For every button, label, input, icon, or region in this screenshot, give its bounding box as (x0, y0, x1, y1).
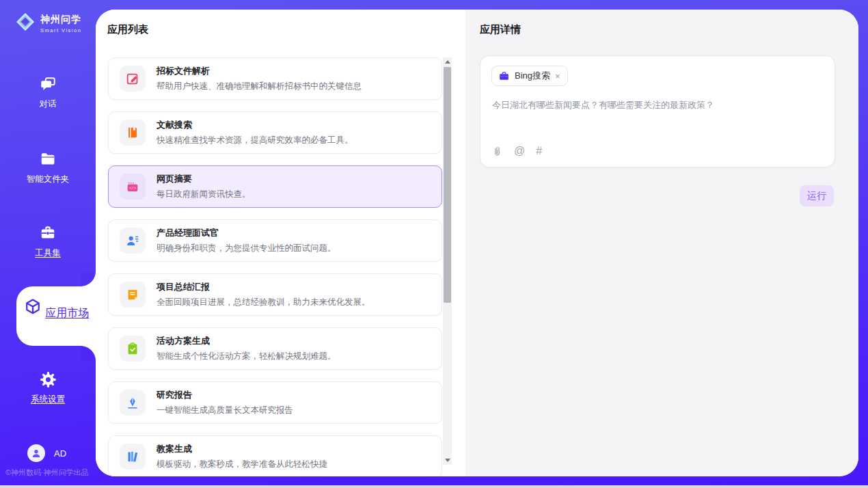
app-card-title: 活动方案生成 (157, 335, 336, 347)
interviewer-icon (120, 228, 146, 254)
app-card-desc: 快速精准查找学术资源，提高研究效率的必备工具。 (157, 135, 353, 146)
app-card-lesson-plan[interactable]: 教案生成 模板驱动，教案秒成，教学准备从此轻松快捷 (108, 435, 442, 476)
app-list-panel: 应用列表 招标文件解析 帮助用户快速、准确地理解和解析招标书中的关键信息 (96, 10, 465, 476)
brand-subtitle: Smart Vision (40, 27, 81, 33)
scroll-down-arrow-icon (445, 459, 450, 462)
content-panel: 应用列表 招标文件解析 帮助用户快速、准确地理解和解析招标书中的关键信息 (96, 10, 858, 476)
sidebar-item-label: 应用市场 (45, 307, 89, 318)
brand-diamond-logo-icon (15, 12, 36, 35)
at-sign-icon[interactable]: @ (514, 145, 525, 157)
app-card-webpage-summary[interactable]: </> 网页摘要 每日政府新闻资讯快查。 (108, 165, 442, 208)
close-icon[interactable]: × (555, 72, 560, 81)
sidebar-item-label: 对话 (40, 99, 57, 109)
app-card-title: 研究报告 (157, 389, 293, 401)
active-notch-top (81, 271, 96, 286)
hash-icon[interactable]: # (536, 145, 542, 157)
scroll-down-button[interactable] (443, 456, 452, 465)
sidebar-item-label: 系统设置 (31, 394, 65, 404)
sidebar-item-app-market[interactable]: 应用市场 (16, 286, 96, 346)
app-card-desc: 帮助用户快速、准确地理解和解析招标书中的关键信息 (157, 81, 362, 92)
prompt-input[interactable]: 今日湖北有哪些新闻要点？有哪些需要关注的最新政策？ (492, 99, 824, 111)
app-card-title: 产品经理面试官 (157, 227, 336, 239)
app-card-title: 招标文件解析 (157, 65, 362, 77)
app-card-desc: 智能生成个性化活动方案，轻松解决规划难题。 (157, 351, 336, 362)
toolbox-icon (39, 224, 57, 242)
sidebar-item-chat[interactable]: 对话 (0, 75, 96, 110)
books-icon (120, 444, 146, 470)
active-notch-bottom (81, 346, 96, 361)
app-card-desc: 明确身份和职责，为您提供专业性的面试问题。 (157, 243, 336, 254)
sidebar-item-settings[interactable]: 系统设置 (0, 370, 96, 405)
app-card-bid-doc-analysis[interactable]: 招标文件解析 帮助用户快速、准确地理解和解析招标书中的关键信息 (108, 57, 442, 100)
book-icon (120, 120, 146, 146)
app-card-research-report[interactable]: 研究报告 一键智能生成高质量长文本研究报告 (108, 381, 442, 424)
app-list-title: 应用列表 (107, 23, 148, 36)
edit-icon (120, 66, 146, 92)
run-button[interactable]: 运行 (800, 185, 834, 206)
clipboard-icon (120, 336, 146, 362)
paperclip-icon[interactable] (491, 146, 503, 157)
user-initials: AD (54, 448, 66, 459)
cube-icon (23, 307, 45, 318)
sidebar: 神州问学 Smart Vision 对话 智能文件夹 (0, 0, 96, 488)
sidebar-item-smart-folder[interactable]: 智能文件夹 (0, 150, 96, 185)
app-card-project-summary[interactable]: 项目总结汇报 全面回顾项目进展，总结经验教训，助力未来优化发展。 (108, 273, 442, 316)
app-list-scrollbar[interactable] (443, 57, 452, 465)
copyright-footer: ©神州数码·神州问学出品 (5, 467, 89, 478)
tool-tag-bing-search[interactable]: Bing搜索 × (491, 66, 568, 86)
app-detail-panel: 应用详情 Bing搜索 × 今日湖北有哪些新闻要点？有哪些需要关注的最新政策？ (465, 10, 858, 476)
app-card-desc: 每日政府新闻资讯快查。 (157, 189, 251, 200)
app-card-title: 教案生成 (157, 443, 327, 455)
prompt-toolbar: @ # (491, 145, 542, 157)
prompt-editor[interactable]: Bing搜索 × 今日湖北有哪些新闻要点？有哪些需要关注的最新政策？ @ # (480, 55, 835, 167)
app-card-title: 网页摘要 (157, 173, 251, 185)
avatar (27, 444, 45, 462)
chat-icon (39, 75, 57, 93)
app-card-literature-search[interactable]: 文献搜索 快速精准查找学术资源，提高研究效率的必备工具。 (108, 111, 442, 154)
app-card-desc: 一键智能生成高质量长文本研究报告 (157, 405, 293, 416)
gear-icon (39, 370, 57, 388)
app-card-title: 项目总结汇报 (157, 281, 370, 293)
user-account[interactable]: AD (27, 444, 66, 462)
svg-text:</>: </> (129, 186, 136, 191)
app-card-desc: 模板驱动，教案秒成，教学准备从此轻松快捷 (157, 459, 327, 470)
scrollbar-thumb[interactable] (444, 67, 451, 303)
scroll-up-arrow-icon (445, 60, 450, 64)
brand: 神州问学 Smart Vision (15, 12, 81, 35)
bottom-edge (0, 485, 868, 488)
webpage-icon: </> (120, 174, 146, 200)
note-icon (120, 282, 146, 308)
sidebar-item-label: 工具集 (35, 248, 61, 258)
app-card-pm-interviewer[interactable]: 产品经理面试官 明确身份和职责，为您提供专业性的面试问题。 (108, 219, 442, 262)
app-card-event-plan[interactable]: 活动方案生成 智能生成个性化活动方案，轻松解决规划难题。 (108, 327, 442, 370)
scroll-up-button[interactable] (443, 57, 452, 66)
brand-name: 神州问学 (40, 14, 81, 26)
app-detail-title: 应用详情 (480, 23, 521, 36)
sidebar-item-toolset[interactable]: 工具集 (0, 224, 96, 259)
sidebar-item-label: 智能文件夹 (27, 174, 70, 184)
app-card-desc: 全面回顾项目进展，总结经验教训，助力未来优化发展。 (157, 297, 370, 308)
briefcase-icon (498, 70, 510, 82)
app-card-list: 招标文件解析 帮助用户快速、准确地理解和解析招标书中的关键信息 文献搜索 快速精… (108, 57, 442, 476)
app-card-title: 文献搜索 (157, 119, 353, 131)
report-icon (120, 390, 146, 416)
folder-icon (39, 150, 57, 168)
tool-tag-label: Bing搜索 (515, 70, 550, 82)
